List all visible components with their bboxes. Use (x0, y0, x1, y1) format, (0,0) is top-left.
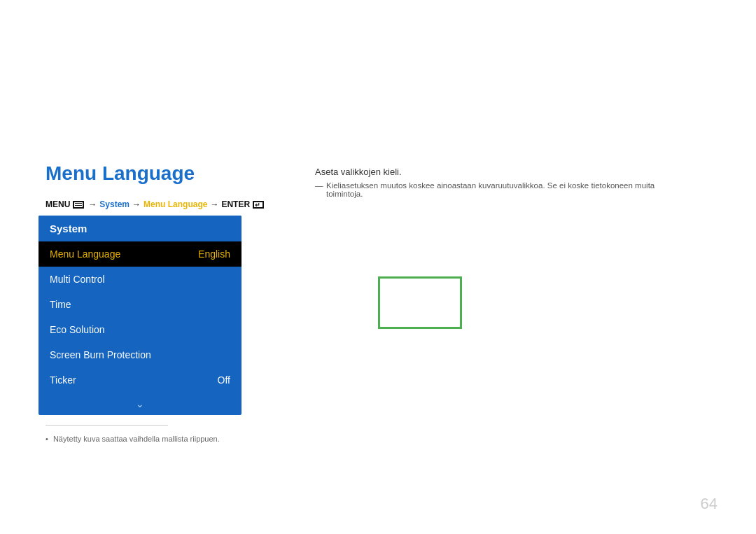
system-menu-panel: System Menu Language English Multi Contr… (38, 216, 241, 415)
breadcrumb-arrow3: → (210, 199, 218, 209)
menu-item-label: Time (50, 299, 71, 310)
system-menu-header: System (38, 216, 241, 241)
footnote-text: Näytetty kuva saattaa vaihdella mallista… (53, 435, 220, 443)
menu-icon (73, 201, 84, 209)
page-content: Menu Language MENU → System → Menu Langu… (0, 0, 756, 534)
footnote-divider (46, 425, 168, 426)
menu-item-screen-burn-protection[interactable]: Screen Burn Protection (38, 342, 241, 367)
menu-item-value: English (198, 248, 230, 260)
menu-chevron-down: ⌄ (38, 393, 241, 415)
breadcrumb-enter: ENTER (221, 199, 250, 209)
page-title: Menu Language (46, 162, 195, 185)
menu-item-label: Ticker (50, 374, 76, 386)
menu-item-label: Multi Control (50, 274, 105, 285)
menu-item-value: Off (218, 374, 230, 386)
breadcrumb-menu-language: Menu Language (144, 199, 207, 209)
menu-item-eco-solution[interactable]: Eco Solution (38, 317, 241, 342)
breadcrumb-system: System (99, 199, 130, 209)
menu-item-label: Menu Language (50, 248, 120, 260)
menu-item-multi-control[interactable]: Multi Control (38, 267, 241, 292)
description-note: ― Kieliasetuksen muutos koskee ainoastaa… (315, 181, 686, 198)
breadcrumb-arrow1: → (88, 199, 97, 209)
breadcrumb-arrow2: → (132, 199, 141, 209)
footnote-bullet: • (46, 435, 48, 443)
footnote: • Näytetty kuva saattaa vaihdella mallis… (46, 435, 220, 443)
illustration-box (378, 276, 462, 329)
page-number: 64 (701, 495, 718, 513)
breadcrumb-menu: MENU (46, 199, 70, 209)
description-area: Aseta valikkojen kieli. ― Kieliasetuksen… (315, 167, 686, 198)
menu-item-time[interactable]: Time (38, 292, 241, 317)
menu-item-menu-language[interactable]: Menu Language English (38, 241, 241, 267)
enter-icon (253, 201, 264, 209)
description-main: Aseta valikkojen kieli. (315, 167, 686, 177)
menu-item-ticker[interactable]: Ticker Off (38, 367, 241, 393)
menu-item-label: Eco Solution (50, 324, 105, 335)
note-text: Kieliasetuksen muutos koskee ainoastaan … (326, 181, 686, 198)
note-dash: ― (315, 181, 323, 190)
chevron-down-icon: ⌄ (136, 398, 144, 409)
menu-item-label: Screen Burn Protection (50, 349, 151, 360)
breadcrumb: MENU → System → Menu Language → ENTER (46, 199, 264, 209)
